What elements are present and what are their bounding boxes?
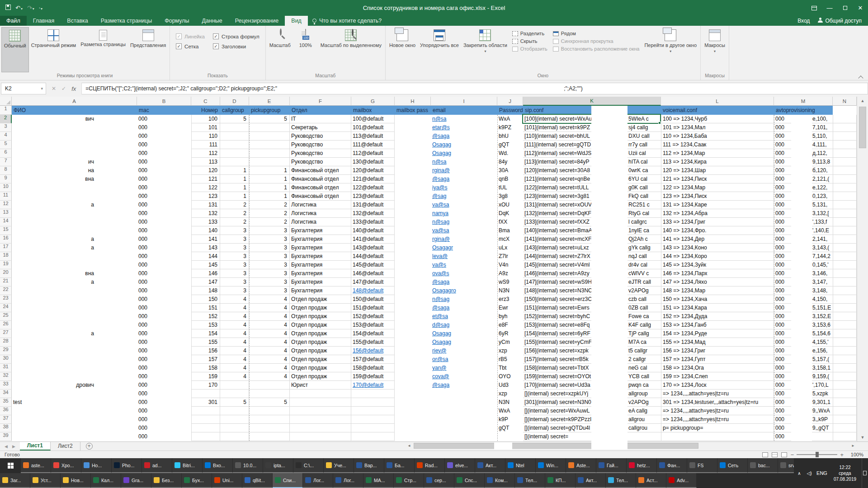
cell-password[interactable]: Ud3: [497, 381, 523, 389]
cell-mailbox-pass[interactable]: [395, 321, 431, 329]
cell-password[interactable]: Tbt: [497, 364, 523, 372]
row-header[interactable]: 17: [0, 244, 12, 252]
cell-otdel[interactable]: Логистика: [290, 218, 351, 226]
cell-n[interactable]: [833, 192, 857, 201]
cell-otdel[interactable]: Финансовый отдел: [290, 175, 351, 183]
cell-voicemail[interactable]: 101 => 1234,Мал: [661, 123, 774, 132]
row-header[interactable]: 32: [0, 372, 12, 381]
cell-mailbox[interactable]: 144@default: [351, 252, 395, 261]
cell-n[interactable]: [833, 123, 857, 132]
cell-callgroup[interactable]: [220, 389, 249, 398]
cell-fio[interactable]: [12, 415, 137, 424]
cell-mailbox[interactable]: 154@default: [351, 329, 395, 338]
cell-callgroup[interactable]: 3: [220, 261, 249, 269]
cell-pickupgroup[interactable]: 4: [249, 364, 290, 372]
cell-otdel[interactable]: Руководство: [290, 141, 351, 149]
cell-nomer[interactable]: 170: [191, 381, 220, 389]
cell-voicemail[interactable]: [661, 432, 774, 441]
cell-mailbox[interactable]: 159@default: [351, 372, 395, 381]
cell-otdel[interactable]: Логистика: [290, 201, 351, 209]
scroll-left-icon[interactable]: ◄: [406, 442, 413, 450]
column-header[interactable]: M: [774, 97, 833, 106]
cell-mailbox-pass[interactable]: [395, 235, 431, 244]
cell-email[interactable]: iya@s: [431, 183, 497, 192]
cell-password[interactable]: Wd.: [497, 149, 523, 158]
cell-header-voicemail[interactable]: voicemail.conf: [661, 106, 774, 115]
cell-callgroup[interactable]: 2: [220, 218, 249, 226]
cell-fio[interactable]: вич: [12, 115, 137, 123]
share-button[interactable]: Общий доступ: [818, 16, 862, 26]
taskbar-app-button[interactable]: Сеть: [717, 458, 748, 473]
cell-fio[interactable]: а: [12, 244, 137, 252]
cell-voicemail[interactable]: p= pickupgroup=: [661, 424, 774, 432]
cell-header-callgroup[interactable]: callgroup: [220, 106, 249, 115]
cell-mac[interactable]: 000: [137, 149, 191, 158]
cell-mac[interactable]: 000: [137, 252, 191, 261]
cell-email[interactable]: va@sa: [431, 201, 497, 209]
cell-fio[interactable]: [12, 183, 137, 192]
page-layout-button[interactable]: Разметка страницы: [78, 27, 128, 72]
cell-voicemail[interactable]: 113 => 1234,Кира: [661, 158, 774, 166]
cell-otdel[interactable]: Отдел продаж: [290, 312, 351, 321]
cell-n[interactable]: [833, 312, 857, 321]
cell-n[interactable]: [833, 209, 857, 218]
redo-button[interactable]: ↷: [27, 5, 34, 11]
cell-email[interactable]: [431, 424, 497, 432]
cell-mailbox[interactable]: 100@default: [351, 115, 395, 123]
cell-mailbox-pass[interactable]: [395, 347, 431, 355]
cell-voicemail[interactable]: 122 => 1234,Мар: [661, 183, 774, 192]
cell-mailbox-pass[interactable]: [395, 149, 431, 158]
cell-callgroup[interactable]: 4: [220, 364, 249, 372]
cell-mailbox[interactable]: 123@default: [351, 192, 395, 201]
taskbar-app-button[interactable]: Лог...: [303, 473, 333, 488]
cell-password[interactable]: 30A: [497, 166, 523, 175]
cell-n[interactable]: [833, 321, 857, 329]
scroll-up-icon[interactable]: ▲: [857, 97, 868, 105]
cell-otdel[interactable]: Логистика: [290, 209, 351, 218]
cell-email[interactable]: riev@: [431, 347, 497, 355]
row-header[interactable]: 30: [0, 355, 12, 364]
cell-fio[interactable]: [12, 123, 137, 132]
taskbar-app-button[interactable]: MA...: [363, 473, 394, 488]
cell-mac[interactable]: 000: [137, 364, 191, 372]
taskbar-app-button[interactable]: Ntel: [505, 458, 536, 473]
cell-nomer[interactable]: 155: [191, 338, 220, 347]
hide-button[interactable]: Скрыть: [512, 38, 547, 44]
cell-mac[interactable]: 000: [137, 175, 191, 183]
cell-otdel[interactable]: Отдел продаж: [290, 364, 351, 372]
cell-nomer[interactable]: 151: [191, 304, 220, 312]
cell-pickupgroup[interactable]: 4: [249, 321, 290, 329]
cell-mac[interactable]: 000: [137, 329, 191, 338]
cell-otdel[interactable]: Бухгалтерия: [290, 278, 351, 286]
cell-fio[interactable]: [12, 321, 137, 329]
cell-email[interactable]: @saga: [431, 175, 497, 183]
cell-pickupgroup[interactable]: 4: [249, 372, 290, 381]
cell-fio[interactable]: а: [12, 201, 137, 209]
cell-otdel[interactable]: Руководство: [290, 132, 351, 141]
cell-voicemail[interactable]: 159 => 1234,Слеп: [661, 372, 774, 381]
cell-voicemail[interactable]: 141 => 1234,Дер: [661, 235, 774, 244]
taskbar-app-button[interactable]: ad...: [142, 458, 172, 473]
insert-function-icon[interactable]: fx: [71, 85, 76, 92]
cell-mailbox[interactable]: [351, 432, 395, 441]
cell-mailbox[interactable]: 101@default: [351, 123, 395, 132]
taskbar-app-button[interactable]: 10.0...: [233, 458, 263, 473]
scroll-right-icon[interactable]: ►: [849, 442, 857, 450]
cell-mailbox-pass[interactable]: [395, 304, 431, 312]
cell-fio[interactable]: [12, 372, 137, 381]
cell-voicemail[interactable]: 153 => 1234,Ганб: [661, 321, 774, 329]
taskbar-app-button[interactable]: Rad...: [415, 458, 445, 473]
cell-email[interactable]: rgina@: [431, 235, 497, 244]
taskbar-app-button[interactable]: qBit...: [242, 473, 273, 488]
cell-mailbox[interactable]: 121@default: [351, 175, 395, 183]
cell-nomer[interactable]: 120: [191, 166, 220, 175]
column-header[interactable]: N: [833, 97, 857, 106]
cell-email[interactable]: n@sa: [431, 158, 497, 166]
customize-qat-button[interactable]: ⸱: [39, 5, 42, 12]
cell-pickupgroup[interactable]: 3: [249, 286, 290, 295]
cell-header-mailbox[interactable]: mailbox: [351, 106, 395, 115]
row-header[interactable]: 36: [0, 407, 12, 415]
cell-email[interactable]: @saga: [431, 278, 497, 286]
cell-pickupgroup[interactable]: [249, 149, 290, 158]
cell-n[interactable]: [833, 201, 857, 209]
